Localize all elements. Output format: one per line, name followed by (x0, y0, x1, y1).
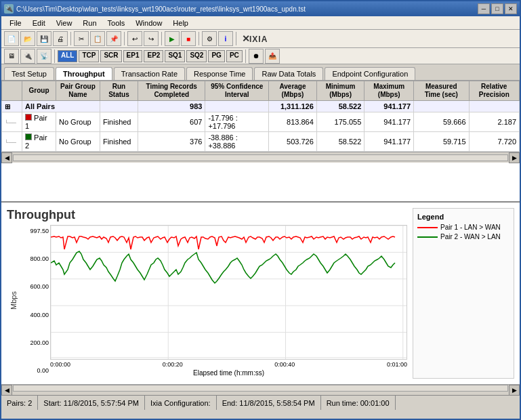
proto-sq2[interactable]: SQ2 (186, 50, 207, 62)
proto-record[interactable]: ⏺ (249, 49, 264, 64)
toolbar-sep-4 (199, 32, 199, 45)
minimize-button[interactable]: ─ (478, 3, 490, 14)
proto-scr[interactable]: SCR (100, 50, 121, 62)
col-timing-records: Timing Records Completed (138, 81, 205, 101)
proto-pg[interactable]: PG (208, 50, 224, 62)
toolbar-save[interactable]: 💾 (37, 31, 51, 46)
menu-tools[interactable]: Tools (102, 18, 131, 28)
legend-label-2: Pair 2 - WAN > LAN (440, 233, 501, 240)
tab-raw-data[interactable]: Raw Data Totals (254, 67, 323, 80)
all-pairs-expand[interactable]: ⊞ (2, 101, 22, 112)
proto-sq1[interactable]: SQ1 (165, 50, 185, 62)
pair1-icon (25, 114, 32, 121)
menu-run[interactable]: Run (77, 18, 102, 28)
col-relative-precision: Relative Precision (469, 81, 519, 101)
pair1-time: 59.666 (414, 112, 469, 132)
scroll-left-btn[interactable]: ◀ (1, 152, 12, 163)
x-tick-4: 0:01:00 (387, 361, 407, 368)
pair2-precision: 7.720 (469, 132, 519, 152)
toolbar-print[interactable]: 🖨 (53, 31, 68, 46)
menu-bar: File Edit View Run Tools Window Help (1, 16, 520, 30)
table-row-all-pairs: ⊞ All Pairs 983 1,311.126 58.522 941.177 (2, 101, 520, 112)
toolbar-run[interactable]: ▶ (165, 31, 180, 46)
scroll-right-btn[interactable]: ▶ (509, 152, 520, 163)
toolbar-open[interactable]: 📂 (20, 31, 35, 46)
toolbar-settings[interactable]: ⚙ (202, 31, 217, 46)
toolbar-port2[interactable]: 📡 (37, 49, 51, 64)
pair2-confidence: -38.886 : +38.886 (205, 132, 269, 152)
close-button[interactable]: ✕ (505, 3, 517, 14)
toolbar-stop[interactable]: ■ (181, 31, 196, 46)
toolbar-info[interactable]: i (218, 31, 233, 46)
status-start: Start: 11/8/2015, 5:57:54 PM (38, 396, 145, 410)
all-pairs-average: 1,311.126 (269, 101, 317, 112)
toolbar-paste[interactable]: 📌 (106, 31, 121, 46)
toolbar-port[interactable]: 🔌 (20, 49, 35, 64)
pair1-timing: 607 (138, 112, 205, 132)
title-text: C:\Users\Tim\Desktop\wlan_tests\linksys_… (16, 5, 306, 13)
table-row-pair1: └── Pair 1 No Group Finished 607 -17.796… (2, 112, 520, 132)
menu-window[interactable]: Window (130, 18, 167, 28)
table-h-scroll[interactable]: ◀ ▶ (1, 152, 520, 163)
status-end: End: 11/8/2015, 5:58:54 PM (217, 396, 321, 410)
col-minimum: Minimum (Mbps) (316, 81, 364, 101)
maximize-button[interactable]: □ (491, 3, 503, 14)
y-axis-label: Mbps (7, 225, 20, 377)
proto-sep-1 (54, 49, 55, 63)
legend-line-green (417, 236, 438, 238)
status-runtime: Run time: 00:01:00 (321, 396, 396, 410)
toolbar-undo[interactable]: ↩ (127, 31, 142, 46)
all-pairs-precision (469, 101, 519, 112)
toolbar-chassis[interactable]: 🖥 (4, 49, 19, 64)
y-tick-4: 400.00 (22, 312, 49, 318)
proto-export[interactable]: 📤 (265, 49, 280, 64)
toolbar-copy[interactable]: 📋 (90, 31, 105, 46)
toolbar-redo[interactable]: ↪ (144, 31, 159, 46)
chart-h-scroll[interactable]: ◀ ▶ (1, 384, 520, 395)
pair1-maximum: 941.177 (364, 112, 414, 132)
chart-scroll-track[interactable] (13, 385, 508, 392)
pair1-indent: └── (2, 112, 22, 132)
menu-edit[interactable]: Edit (27, 18, 51, 28)
data-table-area[interactable]: Group Pair Group Name Run Status Timing … (1, 81, 520, 203)
proto-all[interactable]: ALL (58, 50, 77, 62)
menu-view[interactable]: View (51, 18, 78, 28)
tab-endpoint-config[interactable]: Endpoint Configuration (325, 67, 415, 80)
status-ixia-config: Ixia Configuration: (145, 396, 217, 410)
status-bar: Pairs: 2 Start: 11/8/2015, 5:57:54 PM Ix… (1, 395, 520, 410)
menu-file[interactable]: File (4, 18, 27, 28)
chart-scroll-left[interactable]: ◀ (1, 385, 12, 396)
chart-inner: Mbps 997.50 800.00 600.00 400.00 200.00 … (7, 225, 407, 377)
chart-area: Throughput Mbps 997.50 800.00 600.00 400… (1, 203, 520, 384)
proto-pc[interactable]: PC (226, 50, 243, 62)
title-bar-buttons: ─ □ ✕ (478, 3, 517, 14)
pair2-icon (25, 133, 32, 140)
all-pairs-timing: 983 (138, 101, 205, 112)
main-window: 🔌 C:\Users\Tim\Desktop\wlan_tests\linksy… (0, 0, 521, 420)
pair2-minimum: 58.522 (316, 132, 364, 152)
results-table: Group Pair Group Name Run Status Timing … (1, 81, 520, 152)
tab-transaction-rate[interactable]: Transaction Rate (114, 67, 185, 80)
title-bar-left: 🔌 C:\Users\Tim\Desktop\wlan_tests\linksy… (4, 4, 306, 14)
chart-scroll-right[interactable]: ▶ (509, 385, 520, 396)
proto-ep2[interactable]: EP2 (144, 50, 163, 62)
scroll-track[interactable] (13, 154, 508, 161)
table-row-pair2: └── Pair 2 No Group Finished 376 -38.886… (2, 132, 520, 152)
col-confidence: 95% Confidence Interval (205, 81, 269, 101)
legend-area: Legend Pair 1 - LAN > WAN Pair 2 - WAN >… (413, 208, 514, 379)
main-content: Group Pair Group Name Run Status Timing … (1, 81, 520, 395)
toolbar-new[interactable]: 📄 (4, 31, 19, 46)
proto-ep1[interactable]: EP1 (123, 50, 143, 62)
x-ticks: 0:00:00 0:00:20 0:00:40 0:01:00 (50, 360, 407, 369)
pair1-average: 813.864 (269, 112, 317, 132)
tab-throughput[interactable]: Throughput (56, 67, 112, 80)
menu-help[interactable]: Help (167, 18, 194, 28)
tab-test-setup[interactable]: Test Setup (4, 67, 54, 80)
proto-tcp[interactable]: TCP (79, 50, 99, 62)
toolbar-cut[interactable]: ✂ (74, 31, 89, 46)
y-ticks: 997.50 800.00 600.00 400.00 200.00 0.00 (20, 225, 50, 377)
all-pairs-confidence (205, 101, 269, 112)
toolbar-sep-5 (236, 32, 236, 45)
tab-response-time[interactable]: Response Time (186, 67, 253, 80)
pair2-indent: └── (2, 132, 22, 152)
